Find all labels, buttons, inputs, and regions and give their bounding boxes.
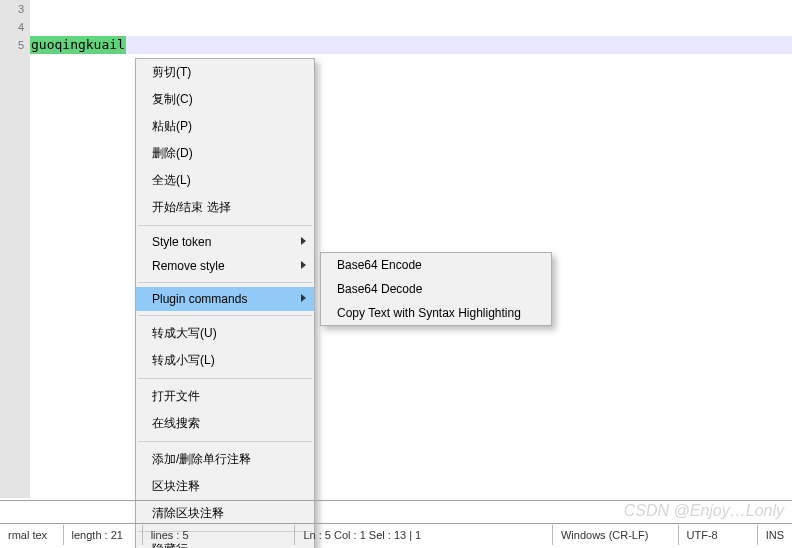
plugin-commands-submenu: Base64 Encode Base64 Decode Copy Text wi… xyxy=(320,252,552,326)
menu-plugin-commands[interactable]: Plugin commands xyxy=(136,287,314,311)
menu-online-search[interactable]: 在线搜索 xyxy=(136,410,314,437)
menu-separator xyxy=(138,441,312,442)
menu-copy-syntax-highlight[interactable]: Copy Text with Syntax Highlighting xyxy=(321,301,551,325)
status-bar: rmal tex length : 21 lines : 5 Ln : 5 Co… xyxy=(0,500,792,548)
status-eol: Windows (CR-LF) xyxy=(552,525,678,545)
editor-line[interactable] xyxy=(30,18,792,36)
editor-line-current[interactable]: guoqingkuail xyxy=(30,36,792,54)
editor-line[interactable] xyxy=(30,0,792,18)
line-gutter: 3 4 5 xyxy=(0,0,30,498)
line-number: 4 xyxy=(0,18,24,36)
menu-uppercase[interactable]: 转成大写(U) xyxy=(136,320,314,347)
menu-block-comment[interactable]: 区块注释 xyxy=(136,473,314,500)
status-mode: rmal tex xyxy=(0,525,63,545)
line-number: 5 xyxy=(0,36,24,54)
menu-delete[interactable]: 删除(D) xyxy=(136,140,314,167)
menu-cut[interactable]: 剪切(T) xyxy=(136,59,314,86)
context-menu: 剪切(T) 复制(C) 粘贴(P) 删除(D) 全选(L) 开始/结束 选择 S… xyxy=(135,58,315,548)
menu-select-all[interactable]: 全选(L) xyxy=(136,167,314,194)
menu-separator xyxy=(138,282,312,283)
status-position: Ln : 5 Col : 1 Sel : 13 | 1 xyxy=(294,525,552,545)
submenu-arrow-icon xyxy=(301,294,306,302)
editor-area[interactable]: 3 4 5 guoqingkuail xyxy=(0,0,792,498)
submenu-arrow-icon xyxy=(301,261,306,269)
menu-base64-decode[interactable]: Base64 Decode xyxy=(321,277,551,301)
menu-separator xyxy=(138,225,312,226)
menu-remove-style[interactable]: Remove style xyxy=(136,254,314,278)
menu-copy[interactable]: 复制(C) xyxy=(136,86,314,113)
status-rule xyxy=(0,500,792,501)
menu-toggle-line-comment[interactable]: 添加/删除单行注释 xyxy=(136,446,314,473)
status-encoding: UTF-8 xyxy=(678,525,757,545)
status-row: rmal tex length : 21 lines : 5 Ln : 5 Co… xyxy=(0,524,792,546)
selected-text[interactable]: guoqingkuail xyxy=(30,36,126,54)
menu-base64-encode[interactable]: Base64 Encode xyxy=(321,253,551,277)
menu-separator xyxy=(138,378,312,379)
status-lines: lines : 5 xyxy=(142,525,295,545)
status-insert-mode: INS xyxy=(757,525,792,545)
menu-open-file[interactable]: 打开文件 xyxy=(136,383,314,410)
menu-lowercase[interactable]: 转成小写(L) xyxy=(136,347,314,374)
submenu-arrow-icon xyxy=(301,237,306,245)
menu-label: Style token xyxy=(152,235,211,249)
menu-label: Plugin commands xyxy=(152,292,247,306)
menu-label: Remove style xyxy=(152,259,225,273)
menu-paste[interactable]: 粘贴(P) xyxy=(136,113,314,140)
menu-style-token[interactable]: Style token xyxy=(136,230,314,254)
menu-separator xyxy=(138,315,312,316)
status-length: length : 21 xyxy=(63,525,142,545)
line-number: 3 xyxy=(0,0,24,18)
status-row-empty xyxy=(0,502,792,524)
menu-begin-end-select[interactable]: 开始/结束 选择 xyxy=(136,194,314,221)
